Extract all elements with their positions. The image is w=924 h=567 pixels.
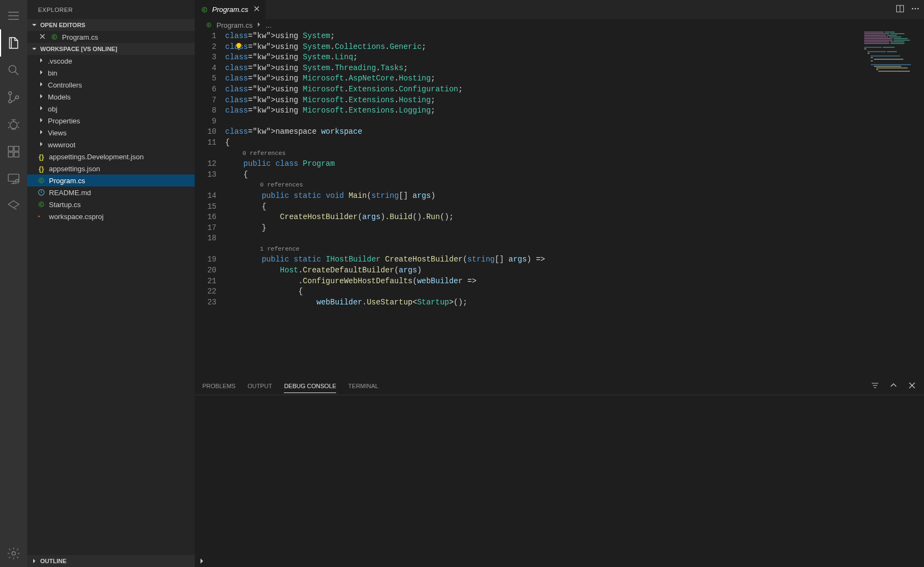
svg-point-4 [10,122,17,129]
bottom-panel: PROBLEMS OUTPUT DEBUG CONSOLE TERMINAL [195,377,924,567]
editor-tabs: Program.cs [195,0,924,19]
source-control-icon[interactable] [0,84,27,111]
svg-point-19 [912,8,914,10]
folder-label: Properties [48,117,80,125]
folder-label: Models [48,93,71,101]
split-editor-icon[interactable] [896,4,904,15]
svg-point-13 [39,178,44,183]
folder-item[interactable]: wwwroot [27,139,195,151]
panel-maximize-icon[interactable] [889,381,898,391]
svg-point-15 [39,202,44,207]
code-content[interactable]: class="kw">using System;class="kw">using… [225,31,924,377]
csharp-file-icon [204,21,213,29]
file-label: Program.cs [49,177,85,185]
file-item[interactable]: README.md [27,186,195,198]
svg-point-1 [9,92,11,95]
close-icon[interactable] [39,33,48,41]
file-item[interactable]: Program.cs [27,175,195,186]
file-label: appsettings.Development.json [49,153,144,161]
panel-tabs: PROBLEMS OUTPUT DEBUG CONSOLE TERMINAL [195,377,924,395]
lightbulb-icon[interactable] [235,42,243,54]
folder-label: .vscode [48,57,72,65]
close-icon[interactable] [253,5,260,14]
panel-close-icon[interactable] [908,381,916,391]
svg-rect-6 [14,146,19,151]
svg-point-2 [9,100,11,103]
file-label: workspace.csproj [49,213,103,221]
file-item[interactable]: {}appsettings.Development.json [27,151,195,163]
open-editor-label: Program.cs [62,33,98,41]
folder-item[interactable]: Models [27,91,195,103]
folder-label: obj [48,105,57,113]
svg-point-20 [915,8,916,10]
outline-header[interactable]: OUTLINE [27,555,195,567]
folder-item[interactable]: obj [27,103,195,115]
svg-point-21 [917,8,919,10]
file-tree: .vscodebinControllersModelsobjProperties… [27,55,195,222]
sidebar-title: EXPLORER [27,0,195,19]
chevron-down-icon [30,22,38,28]
chevron-down-icon [30,46,38,52]
open-editors-header[interactable]: OPEN EDITORS [27,19,195,31]
panel-tab-debug-console[interactable]: DEBUG CONSOLE [284,379,336,393]
settings-gear-icon[interactable] [0,540,27,567]
folder-item[interactable]: Views [27,127,195,139]
panel-input-chevron-icon[interactable] [195,555,206,567]
svg-point-17 [202,7,207,12]
folder-label: Controllers [48,81,82,89]
panel-tab-problems[interactable]: PROBLEMS [202,379,235,392]
csharp-file-icon [200,5,209,14]
svg-point-22 [207,23,211,27]
svg-rect-9 [8,174,19,181]
file-item[interactable]: workspace.csproj [27,210,195,222]
svg-rect-7 [8,152,13,157]
folder-item[interactable]: Properties [27,115,195,127]
search-icon[interactable] [0,57,27,84]
svg-rect-5 [8,146,13,151]
more-actions-icon[interactable] [911,4,920,15]
editor-actions [896,0,924,19]
svg-point-11 [12,552,16,556]
debug-icon[interactable] [0,111,27,138]
open-editor-item[interactable]: Program.cs [27,31,195,43]
folder-label: bin [48,69,57,77]
live-share-icon[interactable] [0,192,27,220]
activity-bar [0,0,27,567]
file-item[interactable]: {}appsettings.json [27,163,195,175]
tab-label: Program.cs [212,5,248,14]
remote-icon[interactable] [0,165,27,192]
code-editor[interactable]: 1234567891011121314151617181920212223 cl… [195,31,924,377]
menu-icon[interactable] [0,2,27,29]
folder-label: Views [48,129,66,137]
breadcrumb-file: Program.cs [216,21,252,29]
svg-rect-8 [14,152,19,157]
explorer-icon[interactable] [0,29,27,57]
panel-tab-output[interactable]: OUTPUT [247,379,272,392]
file-label: Startup.cs [49,201,81,209]
panel-tab-terminal[interactable]: TERMINAL [348,379,379,392]
explorer-sidebar: EXPLORER OPEN EDITORS Program.cs WORKSPA… [27,0,195,567]
csharp-file-icon [50,33,59,41]
svg-point-0 [9,65,16,72]
breadcrumb-rest: ... [265,21,271,29]
extensions-icon[interactable] [0,138,27,165]
breadcrumb[interactable]: Program.cs ... [195,19,924,31]
line-number-gutter: 1234567891011121314151617181920212223 [195,31,225,377]
svg-point-3 [16,96,18,98]
file-label: README.md [49,189,91,197]
chevron-right-icon [30,558,38,564]
svg-point-16 [38,216,40,217]
folder-item[interactable]: .vscode [27,55,195,67]
svg-point-12 [52,35,57,40]
file-item[interactable]: Startup.cs [27,198,195,210]
folder-item[interactable]: Controllers [27,79,195,91]
folder-item[interactable]: bin [27,67,195,79]
workspace-header[interactable]: WORKSPACE [VS ONLINE] [27,43,195,55]
panel-filter-icon[interactable] [871,381,879,391]
file-label: appsettings.json [49,165,100,173]
tab-program-cs[interactable]: Program.cs [195,0,266,19]
breadcrumb-separator [256,21,262,29]
folder-label: wwwroot [48,141,76,149]
editor-group: Program.cs Program.cs ... 1234567 [195,0,924,567]
